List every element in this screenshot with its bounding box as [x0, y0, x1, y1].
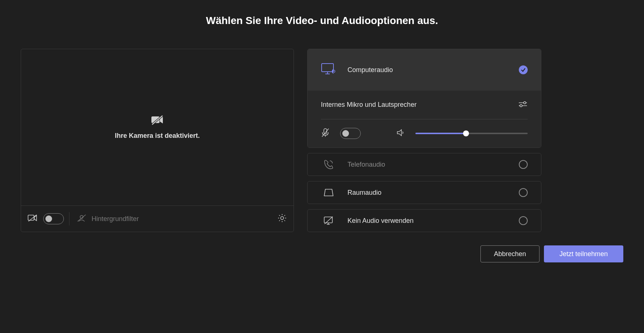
video-controls-bar: Hintergrundfilter — [21, 206, 294, 232]
divider — [69, 212, 69, 225]
audio-option-computer[interactable]: Computeraudio — [308, 49, 541, 91]
video-settings-button[interactable] — [277, 213, 287, 224]
svg-rect-8 — [322, 64, 333, 72]
volume-slider[interactable] — [415, 133, 528, 134]
mic-toggle[interactable] — [340, 128, 361, 139]
camera-toggle[interactable] — [43, 213, 64, 224]
audio-panel: Computeraudio Internes Mikro und Lautspr… — [307, 49, 541, 232]
audio-settings-button[interactable] — [518, 101, 528, 109]
cancel-button[interactable]: Abbrechen — [480, 245, 539, 262]
audio-option-phone[interactable]: Telefonaudio — [307, 153, 541, 176]
speaker-icon — [396, 128, 405, 139]
radio-icon — [519, 160, 528, 169]
radio-selected-icon — [519, 65, 528, 74]
background-filter-icon — [77, 214, 86, 224]
room-icon — [321, 188, 336, 197]
audio-option-none-label: Kein Audio verwenden — [347, 217, 508, 225]
computer-audio-group: Computeraudio Internes Mikro und Lautspr… — [307, 49, 541, 148]
audio-option-computer-label: Computeraudio — [347, 66, 508, 74]
phone-icon — [321, 159, 336, 170]
audio-option-none[interactable]: Kein Audio verwenden — [307, 209, 541, 232]
audio-option-room[interactable]: Raumaudio — [307, 181, 541, 204]
background-filter-label: Hintergrundfilter — [92, 215, 139, 223]
join-button[interactable]: Jetzt teilnehmen — [544, 245, 623, 262]
computer-audio-icon — [321, 62, 336, 78]
audio-option-phone-label: Telefonaudio — [347, 161, 508, 169]
mic-off-icon — [321, 128, 330, 139]
audio-option-room-label: Raumaudio — [347, 189, 508, 197]
no-audio-icon — [321, 216, 336, 225]
radio-icon — [519, 188, 528, 197]
audio-device-name: Internes Mikro und Lautsprecher — [321, 101, 417, 109]
camera-status-text: Ihre Kamera ist deaktiviert. — [115, 132, 200, 140]
background-filter-button[interactable]: Hintergrundfilter — [77, 214, 139, 224]
svg-point-14 — [520, 105, 522, 107]
radio-icon — [519, 216, 528, 225]
page-title: Wählen Sie Ihre Video- und Audiooptionen… — [21, 15, 623, 27]
svg-point-7 — [281, 217, 284, 220]
footer: Abbrechen Jetzt teilnehmen — [21, 245, 623, 262]
camera-off-small-icon — [28, 214, 37, 224]
video-panel: Ihre Kamera ist deaktiviert. — [21, 49, 294, 232]
audio-device-panel: Internes Mikro und Lautsprecher — [308, 91, 541, 147]
video-preview: Ihre Kamera ist deaktiviert. — [21, 49, 294, 206]
camera-off-icon — [151, 115, 164, 125]
svg-point-12 — [524, 102, 526, 104]
